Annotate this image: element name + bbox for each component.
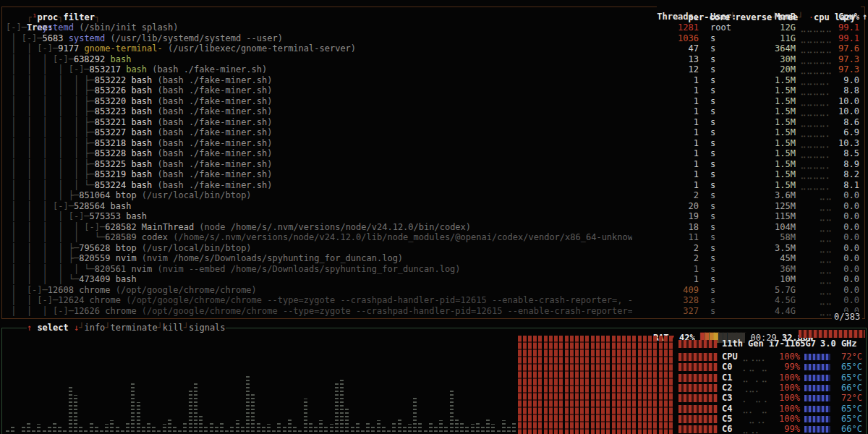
process-row[interactable]: │ │ [-]─12624 chrome (/opt/google/chrome… [6, 295, 862, 306]
process-row[interactable]: │ │ │ │ ├─795628 btop (/usr/local/bin/bt… [6, 243, 862, 254]
process-pid: 853227 [95, 127, 132, 137]
threads-count: 12 [637, 64, 699, 75]
tree-branch: │ [-]─ [6, 285, 48, 295]
threads-header[interactable]: Threads: [637, 12, 699, 22]
core-minigraph: ⠀⣀⢀⡀⣀⠀ [742, 414, 767, 424]
core-temp-graph [804, 364, 830, 370]
tree-branch: │ [-]─ [6, 33, 43, 43]
core-percent: 99% [767, 362, 800, 372]
core-graph-header-strip [799, 330, 865, 338]
process-cpu-percent: 0.0 [817, 243, 859, 254]
process-mem: 125M [739, 201, 796, 212]
process-args: (bash ./fake-miner.sh) [158, 117, 273, 127]
process-row[interactable]: │ │ │ │ │ ├─853222 bash (bash ./fake-min… [6, 75, 862, 86]
process-command: │ │ │ │ │ [-]─628582 MainThread (node /h… [6, 222, 471, 233]
process-row[interactable]: │ │ │ │ │ ├─853223 bash (bash ./fake-min… [6, 106, 862, 117]
process-args: (bash ./fake-miner.sh) [158, 148, 273, 158]
process-row[interactable]: │ [-]─12608 chrome (/opt/google/chrome/c… [6, 285, 862, 296]
process-row[interactable]: │ [-]─5683 systemd (/usr/lib/systemd/sys… [6, 33, 862, 44]
threads-count: 18 [637, 222, 699, 233]
tree-branch: │ │ │ │ [-]─ [6, 64, 90, 75]
process-pid: 853221 [95, 117, 132, 127]
process-row[interactable]: │ │ │ │ [-]─853217 bash (bash ./fake-min… [6, 64, 862, 75]
process-command: │ │ │ │ │ ├─853218 bash (bash ./fake-min… [6, 138, 272, 149]
core-temperature: 72°C [832, 352, 862, 362]
process-command: │ │ │ │ │ └─820561 nvim (nvim --embed /h… [6, 264, 461, 275]
process-row[interactable]: │ │ │ │ │ ├─853221 bash (bash ./fake-min… [6, 117, 862, 128]
process-mem: 5.7G [739, 285, 796, 296]
process-mem: 364M [739, 43, 796, 54]
process-row[interactable]: │ │ │ │ │ ├─853225 bash (bash ./fake-min… [6, 159, 862, 170]
mem-header[interactable]: MemB [739, 12, 796, 22]
core-temperature: 65°C [832, 362, 862, 372]
threads-count: 1 [637, 106, 699, 117]
process-row[interactable]: │ │ │ │ └─473409 bash1s10M⠀⠀⠀⣀⣀0.0 [6, 274, 862, 285]
process-row[interactable]: │ │ │ │ │ ├─853226 bash (bash ./fake-min… [6, 85, 862, 96]
process-cpu-percent: 8.1 [817, 180, 859, 191]
process-pid: 473409 [79, 274, 116, 284]
process-cpu-percent: 6.9 [817, 127, 859, 138]
core-temp-graph [804, 416, 830, 422]
process-args: (/opt/google/chrome/chrome --type=zygote… [126, 295, 632, 305]
process-row[interactable]: │ │ │ │ [-]─575353 bash19s115M⠀⠀⠀⣀⣀0.0 [6, 211, 862, 222]
process-mem: 10M [739, 274, 796, 285]
process-args: (bash ./fake-miner.sh) [158, 180, 273, 190]
process-name: bash [131, 159, 157, 169]
process-args: (/usr/local/bin/btop) [142, 190, 252, 200]
process-name: chrome [79, 285, 116, 295]
process-name: bash [131, 85, 157, 95]
process-row[interactable]: │ │ │ │ │ ├─853218 bash (bash ./fake-min… [6, 138, 862, 149]
process-name: bash [116, 274, 137, 284]
cpu-header[interactable]: Cpu% [817, 12, 859, 22]
cpu-frequency: 3.0 GHz [820, 339, 857, 349]
process-row[interactable]: │ │ │ │ ├─820559 nvim (nvim /home/s/Down… [6, 253, 862, 264]
process-pid: 853223 [95, 106, 132, 116]
process-name: bash [126, 211, 147, 221]
process-name: bash [131, 117, 157, 127]
process-name: chrome [90, 295, 127, 305]
process-args: (bash ./fake-miner.sh) [158, 96, 273, 106]
threads-count: 1 [637, 127, 699, 138]
process-row[interactable]: │ │ │ │ │ └─820561 nvim (nvim --embed /h… [6, 264, 862, 275]
core-percent: 100% [767, 404, 800, 414]
core-label: C2 [722, 383, 732, 393]
process-name: bash [131, 96, 157, 106]
process-row[interactable]: │ │ │ [-]─638292 bash13s30M⣀⣀⣀⣀⣀97.3 [6, 54, 862, 65]
process-row[interactable]: │ │ │ │ │ ├─853219 bash (bash ./fake-min… [6, 169, 862, 180]
core-label: C0 [722, 362, 732, 372]
core-usage-graph [678, 415, 718, 423]
process-row[interactable]: │ │ │ │ │ ├─853227 bash (bash ./fake-min… [6, 127, 862, 138]
core-temp-graph [804, 385, 830, 391]
process-row[interactable]: │ │ │ [-]─528564 bash20s125M⠀⠀⠀⣀⣀0.0 [6, 201, 862, 212]
process-cpu-percent: 8.6 [817, 117, 859, 128]
process-row[interactable]: [-]─1 systemd (/sbin/init splash)1281roo… [6, 22, 862, 33]
cpu-total-graph-strip [678, 340, 718, 348]
process-command: │ │ [-]─12624 chrome (/opt/google/chrome… [6, 295, 632, 306]
process-command: │ │ │ │ │ ├─853223 bash (bash ./fake-min… [6, 106, 272, 117]
process-name: systemd [69, 33, 111, 43]
process-args: (/usr/lib/systemd/systemd --user) [111, 33, 283, 43]
threads-count: 1 [637, 180, 699, 191]
process-row[interactable]: │ │ [-]─9177 gnome-terminal- (/usr/libex… [6, 43, 862, 54]
process-command: │ │ │ │ │ ├─853225 bash (bash ./fake-min… [6, 159, 272, 170]
process-mem: 1.5M [739, 180, 796, 191]
tree-branch: │ │ [-]─ [6, 43, 58, 54]
process-row[interactable]: │ │ │ │ │ ├─853228 bash (bash ./fake-min… [6, 148, 862, 159]
process-name: bash [131, 138, 157, 148]
process-mem: 3.5M [739, 243, 796, 254]
core-minigraph: ⡀⠀⣀⢀⣀⠀ [742, 393, 767, 403]
process-name: bash [131, 75, 157, 85]
tree-branch: │ │ │ [-]─ [6, 201, 74, 211]
process-row[interactable]: │ │ │ │ ├─851064 btop (/usr/local/bin/bt… [6, 190, 862, 201]
process-row[interactable]: │ │ │ │ │ [-]─628582 MainThread (node /h… [6, 222, 862, 233]
process-pid: 795628 [79, 243, 116, 253]
tree-branch: [-]─ [6, 22, 27, 33]
process-row[interactable]: │ │ │ │ │ └─853224 bash (bash ./fake-min… [6, 180, 862, 191]
threads-count: 1 [637, 159, 699, 170]
process-mem: 20M [739, 64, 796, 75]
process-name: btop [116, 243, 142, 253]
process-row[interactable]: │ │ │ │ │ └─628589 codex (/home/s/.nvm/v… [6, 232, 862, 243]
sort-arrow-icon[interactable]: ↑ [862, 12, 867, 22]
core-percent: 100% [767, 383, 800, 393]
process-row[interactable]: │ │ │ │ │ ├─853220 bash (bash ./fake-min… [6, 96, 862, 107]
